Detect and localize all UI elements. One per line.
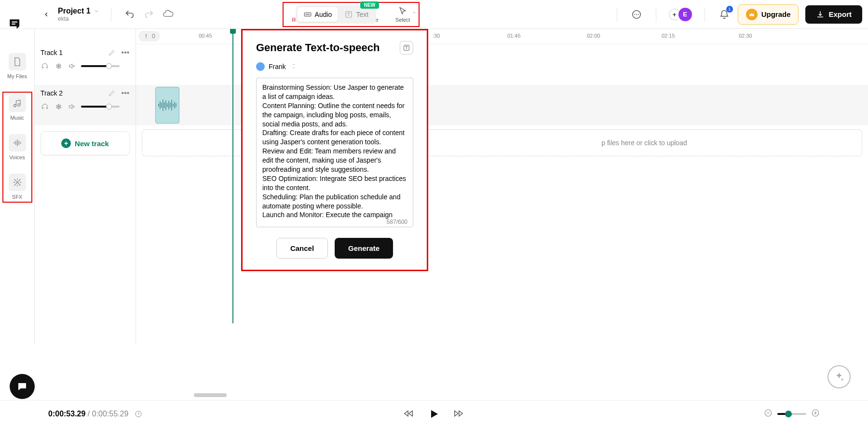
waveform-icon xyxy=(158,98,177,112)
redo-button[interactable] xyxy=(142,8,156,21)
download-icon xyxy=(816,10,825,19)
text-mode[interactable]: Text xyxy=(339,7,374,22)
back-button[interactable] xyxy=(41,9,52,20)
footer: 0:00:53.29 / 0:00:55.29 xyxy=(0,400,868,427)
play-button[interactable] xyxy=(428,408,440,420)
more-icon[interactable]: ••• xyxy=(121,89,130,97)
edit-icon[interactable] xyxy=(108,89,116,97)
headphones-icon[interactable] xyxy=(41,102,49,111)
rewind-button[interactable] xyxy=(403,408,415,420)
audio-mode[interactable]: Audio xyxy=(298,7,338,22)
cloud-sync-button[interactable] xyxy=(162,8,175,21)
notification-count: 1 xyxy=(726,6,733,13)
zoom-out-button[interactable] xyxy=(764,409,773,419)
sfx-icon xyxy=(9,174,26,191)
cursor-icon xyxy=(398,6,407,16)
plus-icon: + xyxy=(61,138,71,148)
voice-selector[interactable]: Frank xyxy=(256,62,413,71)
ai-fab[interactable] xyxy=(827,365,851,388)
project-title[interactable]: Project 1 xyxy=(58,7,91,15)
undo-button[interactable] xyxy=(123,8,136,21)
mute-icon[interactable] xyxy=(68,62,76,70)
header: Project 1 ekta Record Insert Generate Se… xyxy=(0,0,868,29)
project-owner: ekta xyxy=(58,15,99,22)
tts-modal: Generate Text-to-speech Frank 587/600 Ca… xyxy=(241,29,428,271)
comments-button[interactable] xyxy=(630,8,643,21)
sidebar-my-files[interactable]: My Files xyxy=(0,53,34,79)
clock-icon[interactable] xyxy=(135,410,142,418)
snowflake-icon[interactable]: ❄ xyxy=(54,62,63,70)
playhead[interactable] xyxy=(232,29,233,323)
sidebar: My Files Music Voices SFX xyxy=(0,29,35,345)
volume-slider[interactable] xyxy=(81,106,120,108)
audio-icon xyxy=(303,10,312,19)
user-avatar[interactable]: E xyxy=(678,8,692,21)
tts-title: Generate Text-to-speech xyxy=(256,41,380,54)
zoom-in-button[interactable] xyxy=(811,409,820,419)
file-icon xyxy=(9,53,26,70)
svg-point-6 xyxy=(634,14,635,15)
sidebar-sfx[interactable]: SFX xyxy=(3,174,31,200)
mute-icon[interactable] xyxy=(68,102,76,111)
chevron-down-icon[interactable] xyxy=(412,10,417,15)
svg-point-7 xyxy=(636,14,637,15)
notifications-button[interactable]: 1 xyxy=(718,8,731,21)
tracks-panel: Track 1 ••• ❄ Track 2 ••• xyxy=(35,29,136,345)
export-button[interactable]: Export xyxy=(805,5,862,24)
forward-button[interactable] xyxy=(453,408,465,420)
track-2[interactable]: Track 2 ••• ❄ xyxy=(35,85,136,125)
voice-avatar xyxy=(256,62,265,71)
select-button[interactable]: Select xyxy=(395,6,410,23)
cancel-button[interactable]: Cancel xyxy=(276,238,328,259)
chat-fab[interactable] xyxy=(10,374,35,399)
chevron-down-icon[interactable] xyxy=(94,8,99,14)
tts-textarea[interactable] xyxy=(256,78,413,227)
zoom-slider[interactable] xyxy=(777,413,806,415)
marker-count[interactable]: 0 xyxy=(138,31,160,41)
music-icon xyxy=(9,95,26,112)
char-count: 587/600 xyxy=(387,219,407,225)
headphones-icon[interactable] xyxy=(41,62,49,70)
track-1[interactable]: Track 1 ••• ❄ xyxy=(35,44,136,85)
svg-rect-3 xyxy=(304,13,311,16)
generate-tts-button[interactable]: Generate xyxy=(335,238,393,259)
new-badge: NEW xyxy=(360,1,379,9)
tts-settings-icon[interactable] xyxy=(400,41,413,55)
edit-icon[interactable] xyxy=(108,48,116,57)
audio-clip[interactable] xyxy=(155,87,179,124)
updown-icon xyxy=(290,63,298,70)
svg-point-8 xyxy=(637,14,638,15)
upgrade-button[interactable]: Upgrade xyxy=(738,4,799,25)
more-icon[interactable]: ••• xyxy=(121,48,130,57)
sidebar-voices[interactable]: Voices xyxy=(3,134,31,160)
crown-icon xyxy=(746,9,758,20)
volume-slider[interactable] xyxy=(81,65,120,67)
text-icon xyxy=(344,10,353,19)
time-display: 0:00:53.29 / 0:00:55.29 xyxy=(48,410,142,418)
h-scrollbar[interactable] xyxy=(136,393,868,398)
new-track-button[interactable]: + New track xyxy=(41,131,130,155)
snowflake-icon[interactable]: ❄ xyxy=(54,102,63,111)
sidebar-music[interactable]: Music xyxy=(3,95,31,121)
mode-toggle: Audio Text NEW xyxy=(296,5,377,24)
voices-icon xyxy=(9,134,26,152)
